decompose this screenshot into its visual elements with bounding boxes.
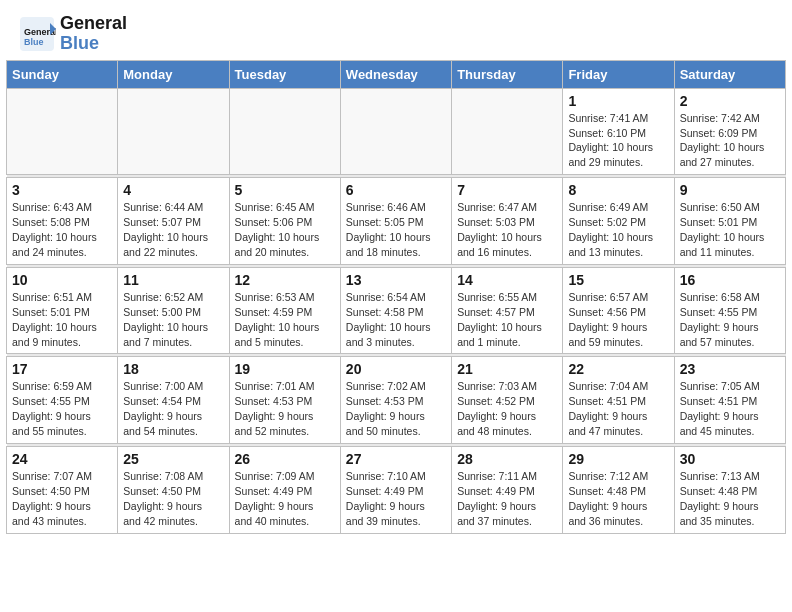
weekday-header-row: SundayMondayTuesdayWednesdayThursdayFrid… [7,60,786,88]
day-info: Sunrise: 7:08 AM Sunset: 4:50 PM Dayligh… [123,469,223,529]
day-number: 8 [568,182,668,198]
day-number: 10 [12,272,112,288]
calendar-cell: 11Sunrise: 6:52 AM Sunset: 5:00 PM Dayli… [118,267,229,354]
day-info: Sunrise: 7:05 AM Sunset: 4:51 PM Dayligh… [680,379,780,439]
calendar-cell [340,88,451,175]
calendar-cell: 13Sunrise: 6:54 AM Sunset: 4:58 PM Dayli… [340,267,451,354]
day-info: Sunrise: 7:10 AM Sunset: 4:49 PM Dayligh… [346,469,446,529]
day-info: Sunrise: 6:52 AM Sunset: 5:00 PM Dayligh… [123,290,223,350]
calendar-cell: 9Sunrise: 6:50 AM Sunset: 5:01 PM Daylig… [674,178,785,265]
day-number: 16 [680,272,780,288]
calendar-cell: 16Sunrise: 6:58 AM Sunset: 4:55 PM Dayli… [674,267,785,354]
day-number: 20 [346,361,446,377]
calendar-cell: 18Sunrise: 7:00 AM Sunset: 4:54 PM Dayli… [118,357,229,444]
calendar-cell: 27Sunrise: 7:10 AM Sunset: 4:49 PM Dayli… [340,447,451,534]
day-info: Sunrise: 7:04 AM Sunset: 4:51 PM Dayligh… [568,379,668,439]
day-info: Sunrise: 7:01 AM Sunset: 4:53 PM Dayligh… [235,379,335,439]
calendar-cell: 21Sunrise: 7:03 AM Sunset: 4:52 PM Dayli… [452,357,563,444]
calendar-week-2: 3Sunrise: 6:43 AM Sunset: 5:08 PM Daylig… [7,178,786,265]
logo: General Blue General Blue [18,14,127,54]
day-info: Sunrise: 7:13 AM Sunset: 4:48 PM Dayligh… [680,469,780,529]
day-info: Sunrise: 6:47 AM Sunset: 5:03 PM Dayligh… [457,200,557,260]
day-number: 21 [457,361,557,377]
calendar-cell: 2Sunrise: 7:42 AM Sunset: 6:09 PM Daylig… [674,88,785,175]
day-number: 13 [346,272,446,288]
day-info: Sunrise: 6:59 AM Sunset: 4:55 PM Dayligh… [12,379,112,439]
day-number: 4 [123,182,223,198]
day-info: Sunrise: 6:46 AM Sunset: 5:05 PM Dayligh… [346,200,446,260]
day-info: Sunrise: 6:58 AM Sunset: 4:55 PM Dayligh… [680,290,780,350]
day-number: 12 [235,272,335,288]
calendar-cell: 28Sunrise: 7:11 AM Sunset: 4:49 PM Dayli… [452,447,563,534]
day-info: Sunrise: 6:50 AM Sunset: 5:01 PM Dayligh… [680,200,780,260]
calendar-week-5: 24Sunrise: 7:07 AM Sunset: 4:50 PM Dayli… [7,447,786,534]
day-info: Sunrise: 6:49 AM Sunset: 5:02 PM Dayligh… [568,200,668,260]
calendar-container: SundayMondayTuesdayWednesdayThursdayFrid… [0,60,792,540]
day-number: 14 [457,272,557,288]
weekday-header-sunday: Sunday [7,60,118,88]
day-number: 9 [680,182,780,198]
weekday-header-monday: Monday [118,60,229,88]
day-number: 15 [568,272,668,288]
calendar-cell: 7Sunrise: 6:47 AM Sunset: 5:03 PM Daylig… [452,178,563,265]
weekday-header-thursday: Thursday [452,60,563,88]
day-info: Sunrise: 7:42 AM Sunset: 6:09 PM Dayligh… [680,111,780,171]
day-info: Sunrise: 6:53 AM Sunset: 4:59 PM Dayligh… [235,290,335,350]
calendar-week-1: 1Sunrise: 7:41 AM Sunset: 6:10 PM Daylig… [7,88,786,175]
day-info: Sunrise: 7:11 AM Sunset: 4:49 PM Dayligh… [457,469,557,529]
calendar-cell: 10Sunrise: 6:51 AM Sunset: 5:01 PM Dayli… [7,267,118,354]
day-number: 5 [235,182,335,198]
calendar-table: SundayMondayTuesdayWednesdayThursdayFrid… [6,60,786,534]
day-number: 25 [123,451,223,467]
calendar-cell: 22Sunrise: 7:04 AM Sunset: 4:51 PM Dayli… [563,357,674,444]
day-number: 3 [12,182,112,198]
day-number: 18 [123,361,223,377]
day-number: 23 [680,361,780,377]
calendar-cell [452,88,563,175]
weekday-header-saturday: Saturday [674,60,785,88]
weekday-header-friday: Friday [563,60,674,88]
calendar-cell: 19Sunrise: 7:01 AM Sunset: 4:53 PM Dayli… [229,357,340,444]
day-info: Sunrise: 6:43 AM Sunset: 5:08 PM Dayligh… [12,200,112,260]
day-number: 2 [680,93,780,109]
day-number: 24 [12,451,112,467]
day-info: Sunrise: 6:57 AM Sunset: 4:56 PM Dayligh… [568,290,668,350]
svg-text:Blue: Blue [24,37,44,47]
day-info: Sunrise: 7:12 AM Sunset: 4:48 PM Dayligh… [568,469,668,529]
day-info: Sunrise: 7:07 AM Sunset: 4:50 PM Dayligh… [12,469,112,529]
calendar-cell: 8Sunrise: 6:49 AM Sunset: 5:02 PM Daylig… [563,178,674,265]
calendar-cell: 3Sunrise: 6:43 AM Sunset: 5:08 PM Daylig… [7,178,118,265]
calendar-body: 1Sunrise: 7:41 AM Sunset: 6:10 PM Daylig… [7,88,786,533]
weekday-header-tuesday: Tuesday [229,60,340,88]
calendar-cell: 29Sunrise: 7:12 AM Sunset: 4:48 PM Dayli… [563,447,674,534]
calendar-cell: 17Sunrise: 6:59 AM Sunset: 4:55 PM Dayli… [7,357,118,444]
calendar-cell: 12Sunrise: 6:53 AM Sunset: 4:59 PM Dayli… [229,267,340,354]
calendar-week-4: 17Sunrise: 6:59 AM Sunset: 4:55 PM Dayli… [7,357,786,444]
calendar-cell: 14Sunrise: 6:55 AM Sunset: 4:57 PM Dayli… [452,267,563,354]
day-info: Sunrise: 6:55 AM Sunset: 4:57 PM Dayligh… [457,290,557,350]
day-number: 7 [457,182,557,198]
day-number: 11 [123,272,223,288]
calendar-cell: 23Sunrise: 7:05 AM Sunset: 4:51 PM Dayli… [674,357,785,444]
day-number: 26 [235,451,335,467]
calendar-cell: 30Sunrise: 7:13 AM Sunset: 4:48 PM Dayli… [674,447,785,534]
day-info: Sunrise: 7:00 AM Sunset: 4:54 PM Dayligh… [123,379,223,439]
day-number: 30 [680,451,780,467]
calendar-cell: 4Sunrise: 6:44 AM Sunset: 5:07 PM Daylig… [118,178,229,265]
calendar-cell: 25Sunrise: 7:08 AM Sunset: 4:50 PM Dayli… [118,447,229,534]
calendar-cell: 24Sunrise: 7:07 AM Sunset: 4:50 PM Dayli… [7,447,118,534]
day-info: Sunrise: 6:54 AM Sunset: 4:58 PM Dayligh… [346,290,446,350]
day-info: Sunrise: 6:44 AM Sunset: 5:07 PM Dayligh… [123,200,223,260]
weekday-header-wednesday: Wednesday [340,60,451,88]
day-number: 29 [568,451,668,467]
logo-text: General Blue [60,14,127,54]
calendar-cell: 1Sunrise: 7:41 AM Sunset: 6:10 PM Daylig… [563,88,674,175]
calendar-header: SundayMondayTuesdayWednesdayThursdayFrid… [7,60,786,88]
calendar-cell: 20Sunrise: 7:02 AM Sunset: 4:53 PM Dayli… [340,357,451,444]
day-info: Sunrise: 6:51 AM Sunset: 5:01 PM Dayligh… [12,290,112,350]
calendar-cell [7,88,118,175]
day-number: 19 [235,361,335,377]
calendar-cell [229,88,340,175]
logo-icon: General Blue [18,15,56,53]
day-number: 22 [568,361,668,377]
